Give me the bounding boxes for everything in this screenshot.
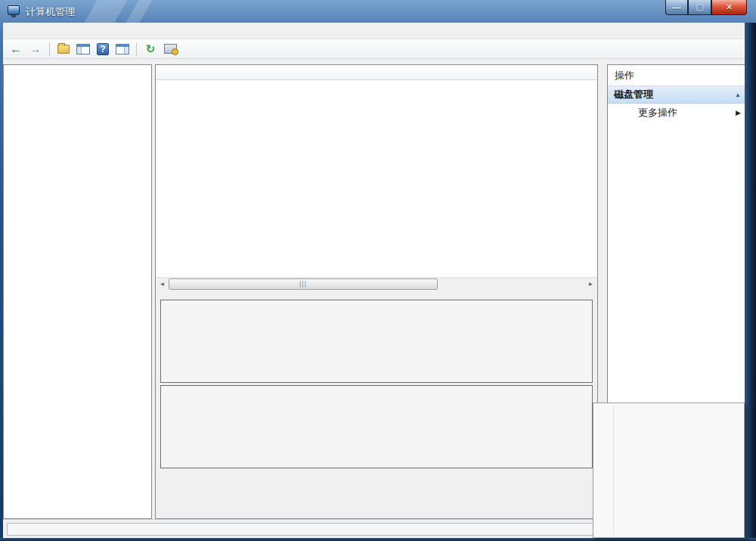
export-list-icon[interactable] — [55, 42, 72, 57]
window-right-border — [745, 23, 756, 541]
minimize-button[interactable]: — — [665, 0, 688, 15]
context-menu — [593, 403, 745, 538]
scroll-right-arrow[interactable]: ► — [584, 278, 597, 291]
collapse-chevron-icon[interactable]: ▲ — [735, 92, 741, 98]
console-window-icon[interactable] — [162, 42, 178, 57]
disk-0-row — [160, 300, 593, 383]
forward-icon[interactable]: → — [27, 42, 44, 57]
title-bar[interactable]: 计算机管理 — ▢ ✕ — [0, 0, 756, 23]
disk-management-pane: ◄ ► — [155, 64, 598, 519]
disk-management-group-header[interactable]: 磁盘管理 ▲ — [608, 86, 747, 104]
window-title: 计算机管理 — [26, 5, 75, 19]
disk-1-row — [160, 385, 593, 468]
close-button[interactable]: ✕ — [711, 0, 747, 15]
app-icon — [8, 5, 20, 15]
show-console-tree-icon[interactable] — [75, 42, 91, 57]
horizontal-scrollbar[interactable]: ◄ ► — [156, 277, 597, 290]
help-icon[interactable]: ? — [94, 42, 111, 57]
computer-management-window: 计算机管理 — ▢ ✕ ← → ? ↻ ◄ ► — [0, 0, 756, 541]
submenu-arrow-icon: ▶ — [736, 109, 741, 117]
back-icon[interactable]: ← — [8, 42, 24, 57]
console-tree-pane — [3, 64, 152, 519]
scroll-left-arrow[interactable]: ◄ — [156, 278, 169, 291]
group-header-label: 磁盘管理 — [614, 88, 653, 101]
window-bottom-border — [0, 538, 756, 541]
toolbar: ← → ? ↻ — [3, 39, 745, 59]
more-actions-label: 更多操作 — [638, 106, 677, 120]
show-action-pane-icon[interactable] — [114, 42, 131, 57]
actions-title: 操作 — [608, 65, 747, 86]
titlebar-glass-streak — [125, 0, 152, 23]
maximize-button[interactable]: ▢ — [688, 0, 711, 15]
more-actions-item[interactable]: 更多操作 ▶ — [608, 104, 747, 122]
volume-table-header — [156, 65, 597, 80]
scrollbar-thumb[interactable] — [169, 278, 438, 290]
graphical-disk-view — [156, 290, 597, 518]
toolbar-separator — [136, 42, 137, 56]
titlebar-glass-streak — [84, 0, 127, 23]
menu-bar — [3, 23, 745, 39]
refresh-icon[interactable]: ↻ — [142, 42, 159, 57]
status-bar-field — [7, 523, 616, 536]
toolbar-separator — [49, 42, 50, 56]
